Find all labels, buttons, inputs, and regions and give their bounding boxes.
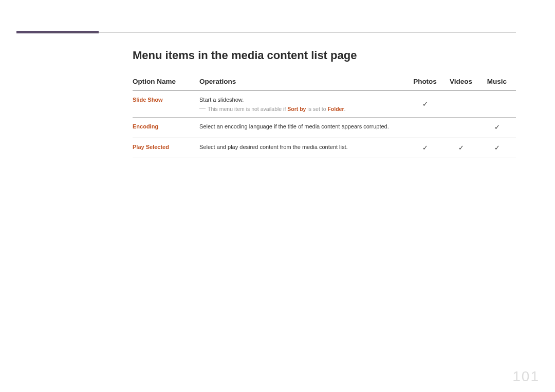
operation-text: Select an encoding language if the title… [199,122,406,132]
operations-cell: Select an encoding language if the title… [199,118,408,138]
table-row: Encoding Select an encoding language if … [133,118,516,138]
option-name-cell: Encoding [133,118,199,138]
check-music: ✓ [480,118,516,138]
check-videos [444,91,480,118]
header-photos: Photos [408,72,444,91]
note-dash-icon [199,108,206,108]
operation-text: Select and play desired content from the… [199,142,406,152]
header-option-name: Option Name [133,72,199,91]
operations-cell: Select and play desired content from the… [199,138,408,158]
note-bold-sortby: Sort by [287,106,306,112]
operation-text: Start a slideshow. [199,95,406,105]
option-name-cell: Slide Show [133,91,199,118]
check-videos: ✓ [444,138,480,158]
check-photos: ✓ [408,91,444,118]
table-row: Play Selected Select and play desired co… [133,138,516,158]
option-name-cell: Play Selected [133,138,199,158]
check-photos: ✓ [408,138,444,158]
note-text-suffix: . [344,106,346,112]
check-videos [444,118,480,138]
header-videos: Videos [444,72,480,91]
header-music: Music [480,72,516,91]
header-divider [39,32,516,32]
menu-items-table: Option Name Operations Photos Videos Mus… [133,72,516,158]
main-content: Menu items in the media content list pag… [133,49,516,158]
section-title: Menu items in the media content list pag… [133,49,516,62]
table-row: Slide Show Start a slideshow. This menu … [133,91,516,118]
operation-note: This menu item is not available if Sort … [199,105,406,114]
header-operations: Operations [199,72,408,91]
check-photos [408,118,444,138]
check-music: ✓ [480,138,516,158]
note-text-prefix: This menu item is not available if [208,106,287,112]
check-music [480,91,516,118]
table-header-row: Option Name Operations Photos Videos Mus… [133,72,516,91]
note-bold-folder: Folder [327,106,344,112]
note-text-mid: is set to [306,106,327,112]
operations-cell: Start a slideshow. This menu item is not… [199,91,408,118]
page-number: 101 [512,368,540,385]
